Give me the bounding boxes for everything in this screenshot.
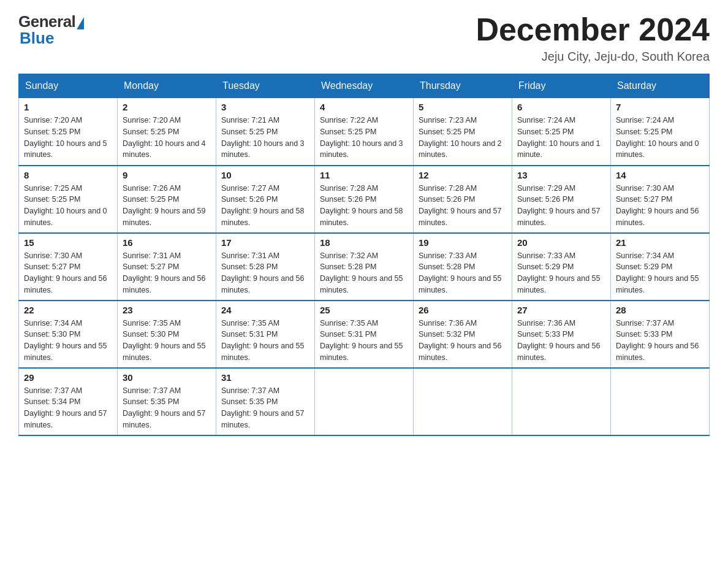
day-number: 3: [221, 102, 309, 112]
logo-triangle-icon: [77, 17, 84, 29]
day-cell: 26 Sunrise: 7:36 AMSunset: 5:32 PMDaylig…: [414, 301, 512, 368]
day-cell: 9 Sunrise: 7:26 AMSunset: 5:25 PMDayligh…: [118, 166, 216, 233]
day-cell: 15 Sunrise: 7:30 AMSunset: 5:27 PMDaylig…: [19, 233, 118, 301]
day-info: Sunrise: 7:36 AMSunset: 5:32 PMDaylight:…: [419, 318, 507, 364]
day-number: 9: [123, 170, 211, 180]
day-info: Sunrise: 7:29 AMSunset: 5:26 PMDaylight:…: [517, 183, 605, 229]
day-number: 18: [320, 237, 408, 248]
header-cell-wednesday: Wednesday: [315, 74, 414, 98]
day-number: 22: [24, 305, 112, 315]
day-cell: 11 Sunrise: 7:28 AMSunset: 5:26 PMDaylig…: [315, 166, 414, 233]
day-cell: 1 Sunrise: 7:20 AMSunset: 5:25 PMDayligh…: [19, 98, 118, 166]
day-cell: 14 Sunrise: 7:30 AMSunset: 5:27 PMDaylig…: [611, 166, 710, 233]
day-cell: 17 Sunrise: 7:31 AMSunset: 5:28 PMDaylig…: [216, 233, 315, 301]
header-cell-monday: Monday: [118, 74, 216, 98]
header-row: SundayMondayTuesdayWednesdayThursdayFrid…: [19, 74, 710, 98]
day-cell: 19 Sunrise: 7:33 AMSunset: 5:28 PMDaylig…: [414, 233, 512, 301]
day-cell: [512, 368, 611, 435]
day-info: Sunrise: 7:28 AMSunset: 5:26 PMDaylight:…: [320, 183, 408, 229]
week-row-4: 22 Sunrise: 7:34 AMSunset: 5:30 PMDaylig…: [19, 301, 710, 368]
day-cell: 8 Sunrise: 7:25 AMSunset: 5:25 PMDayligh…: [19, 166, 118, 233]
day-number: 28: [616, 305, 704, 315]
day-info: Sunrise: 7:36 AMSunset: 5:33 PMDaylight:…: [517, 318, 605, 364]
day-number: 21: [616, 237, 704, 248]
day-number: 6: [517, 102, 605, 112]
header-cell-thursday: Thursday: [414, 74, 512, 98]
day-info: Sunrise: 7:24 AMSunset: 5:25 PMDaylight:…: [517, 115, 605, 161]
week-row-2: 8 Sunrise: 7:25 AMSunset: 5:25 PMDayligh…: [19, 166, 710, 233]
day-cell: 13 Sunrise: 7:29 AMSunset: 5:26 PMDaylig…: [512, 166, 611, 233]
day-number: 12: [419, 170, 507, 180]
day-info: Sunrise: 7:27 AMSunset: 5:26 PMDaylight:…: [221, 183, 309, 229]
day-info: Sunrise: 7:21 AMSunset: 5:25 PMDaylight:…: [221, 115, 309, 161]
day-cell: 25 Sunrise: 7:35 AMSunset: 5:31 PMDaylig…: [315, 301, 414, 368]
day-info: Sunrise: 7:37 AMSunset: 5:35 PMDaylight:…: [221, 385, 309, 431]
day-cell: [315, 368, 414, 435]
calendar-header: SundayMondayTuesdayWednesdayThursdayFrid…: [19, 74, 710, 98]
day-cell: 18 Sunrise: 7:32 AMSunset: 5:28 PMDaylig…: [315, 233, 414, 301]
day-number: 29: [24, 372, 112, 383]
day-number: 10: [221, 170, 309, 180]
day-number: 31: [221, 372, 309, 383]
day-cell: 21 Sunrise: 7:34 AMSunset: 5:29 PMDaylig…: [611, 233, 710, 301]
header-cell-friday: Friday: [512, 74, 611, 98]
day-cell: 22 Sunrise: 7:34 AMSunset: 5:30 PMDaylig…: [19, 301, 118, 368]
day-number: 16: [123, 237, 211, 248]
day-cell: [414, 368, 512, 435]
logo-blue-text: Blue: [20, 29, 54, 48]
day-info: Sunrise: 7:24 AMSunset: 5:25 PMDaylight:…: [616, 115, 704, 161]
day-number: 24: [221, 305, 309, 315]
title-area: December 2024 Jeju City, Jeju-do, South …: [476, 12, 710, 64]
day-cell: 5 Sunrise: 7:23 AMSunset: 5:25 PMDayligh…: [414, 98, 512, 166]
header-cell-tuesday: Tuesday: [216, 74, 315, 98]
day-number: 15: [24, 237, 112, 248]
day-info: Sunrise: 7:30 AMSunset: 5:27 PMDaylight:…: [24, 250, 112, 296]
day-info: Sunrise: 7:37 AMSunset: 5:34 PMDaylight:…: [24, 385, 112, 431]
day-info: Sunrise: 7:33 AMSunset: 5:29 PMDaylight:…: [517, 250, 605, 296]
month-title: December 2024: [476, 12, 710, 47]
day-info: Sunrise: 7:35 AMSunset: 5:31 PMDaylight:…: [320, 318, 408, 364]
day-cell: 2 Sunrise: 7:20 AMSunset: 5:25 PMDayligh…: [118, 98, 216, 166]
day-number: 25: [320, 305, 408, 315]
day-number: 1: [24, 102, 112, 112]
day-number: 2: [123, 102, 211, 112]
location-subtitle: Jeju City, Jeju-do, South Korea: [476, 50, 710, 64]
day-cell: 12 Sunrise: 7:28 AMSunset: 5:26 PMDaylig…: [414, 166, 512, 233]
day-number: 11: [320, 170, 408, 180]
day-cell: 16 Sunrise: 7:31 AMSunset: 5:27 PMDaylig…: [118, 233, 216, 301]
day-cell: 24 Sunrise: 7:35 AMSunset: 5:31 PMDaylig…: [216, 301, 315, 368]
day-info: Sunrise: 7:33 AMSunset: 5:28 PMDaylight:…: [419, 250, 507, 296]
day-info: Sunrise: 7:20 AMSunset: 5:25 PMDaylight:…: [24, 115, 112, 161]
day-number: 14: [616, 170, 704, 180]
day-number: 20: [517, 237, 605, 248]
day-number: 13: [517, 170, 605, 180]
day-info: Sunrise: 7:26 AMSunset: 5:25 PMDaylight:…: [123, 183, 211, 229]
day-number: 7: [616, 102, 704, 112]
day-info: Sunrise: 7:35 AMSunset: 5:31 PMDaylight:…: [221, 318, 309, 364]
day-info: Sunrise: 7:23 AMSunset: 5:25 PMDaylight:…: [419, 115, 507, 161]
day-number: 19: [419, 237, 507, 248]
day-cell: 4 Sunrise: 7:22 AMSunset: 5:25 PMDayligh…: [315, 98, 414, 166]
day-cell: 10 Sunrise: 7:27 AMSunset: 5:26 PMDaylig…: [216, 166, 315, 233]
logo: General Blue: [18, 12, 84, 48]
day-number: 27: [517, 305, 605, 315]
day-number: 23: [123, 305, 211, 315]
header-cell-sunday: Sunday: [19, 74, 118, 98]
day-info: Sunrise: 7:37 AMSunset: 5:35 PMDaylight:…: [123, 385, 211, 431]
day-info: Sunrise: 7:37 AMSunset: 5:33 PMDaylight:…: [616, 318, 704, 364]
day-number: 17: [221, 237, 309, 248]
day-cell: 27 Sunrise: 7:36 AMSunset: 5:33 PMDaylig…: [512, 301, 611, 368]
week-row-1: 1 Sunrise: 7:20 AMSunset: 5:25 PMDayligh…: [19, 98, 710, 166]
day-cell: 31 Sunrise: 7:37 AMSunset: 5:35 PMDaylig…: [216, 368, 315, 435]
day-number: 4: [320, 102, 408, 112]
day-info: Sunrise: 7:28 AMSunset: 5:26 PMDaylight:…: [419, 183, 507, 229]
day-info: Sunrise: 7:34 AMSunset: 5:29 PMDaylight:…: [616, 250, 704, 296]
day-cell: 7 Sunrise: 7:24 AMSunset: 5:25 PMDayligh…: [611, 98, 710, 166]
day-info: Sunrise: 7:25 AMSunset: 5:25 PMDaylight:…: [24, 183, 112, 229]
day-info: Sunrise: 7:34 AMSunset: 5:30 PMDaylight:…: [24, 318, 112, 364]
day-cell: 3 Sunrise: 7:21 AMSunset: 5:25 PMDayligh…: [216, 98, 315, 166]
day-cell: 20 Sunrise: 7:33 AMSunset: 5:29 PMDaylig…: [512, 233, 611, 301]
day-cell: 30 Sunrise: 7:37 AMSunset: 5:35 PMDaylig…: [118, 368, 216, 435]
day-info: Sunrise: 7:31 AMSunset: 5:27 PMDaylight:…: [123, 250, 211, 296]
day-info: Sunrise: 7:22 AMSunset: 5:25 PMDaylight:…: [320, 115, 408, 161]
